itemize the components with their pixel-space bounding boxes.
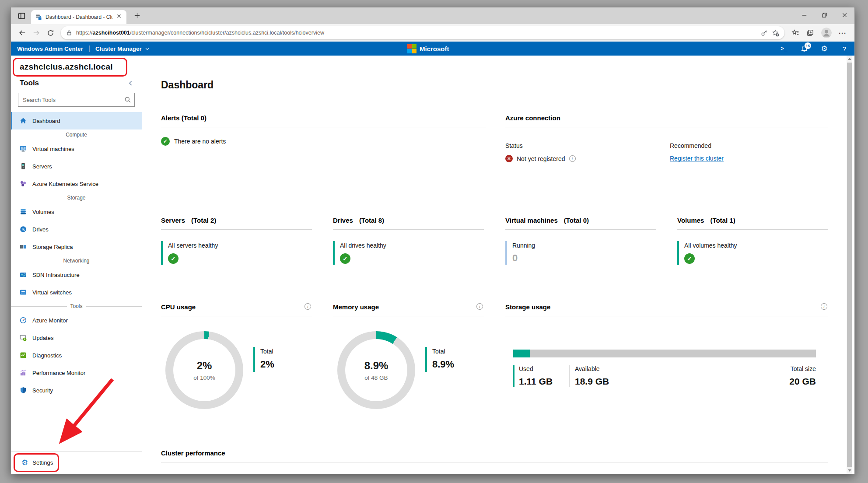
sidebar-item-volumes[interactable]: Volumes bbox=[11, 203, 142, 220]
info-icon[interactable]: i bbox=[476, 303, 483, 310]
info-icon[interactable]: i bbox=[569, 155, 576, 162]
alerts-title: Alerts (Total 0) bbox=[161, 114, 206, 122]
sidebar-item-virtual-machines[interactable]: Virtual machines bbox=[11, 140, 142, 158]
sdn-icon bbox=[20, 271, 27, 278]
search-wrap bbox=[18, 93, 135, 107]
sidebar-item-settings[interactable]: ⚙ Settings bbox=[11, 459, 53, 466]
password-key-icon[interactable] bbox=[761, 29, 768, 36]
sidebar-item-azure-monitor[interactable]: Azure Monitor bbox=[11, 312, 142, 329]
alerts-section: Alerts (Total 0) ✓ There are no alerts bbox=[161, 114, 486, 146]
sidebar-item-sdn-infrastructure[interactable]: SDN Infrastructure bbox=[11, 266, 142, 284]
microsoft-logo: Microsoft bbox=[407, 42, 449, 56]
solution-menu[interactable]: Cluster Manager bbox=[95, 46, 150, 52]
forward-icon[interactable] bbox=[29, 26, 43, 40]
alerts-empty-message: ✓ There are no alerts bbox=[161, 137, 486, 146]
favorites-icon[interactable] bbox=[791, 29, 799, 37]
add-favorite-icon[interactable] bbox=[772, 29, 779, 37]
browser-window: Dashboard - Dashboard - Cluster bbox=[10, 7, 855, 474]
sidebar-item-drives[interactable]: Drives bbox=[11, 220, 142, 238]
status-label: Status bbox=[505, 142, 576, 149]
virtual-machines-card: Virtual machines (Total 0) Running 0 bbox=[505, 217, 656, 265]
app-bar: Windows Admin Center | Cluster Manager M… bbox=[11, 42, 854, 56]
tab-close-icon[interactable] bbox=[116, 13, 123, 21]
status-value: ✕ Not yet registered i bbox=[505, 155, 576, 162]
storage-replica-icon bbox=[20, 243, 27, 250]
collapse-sidebar-icon[interactable] bbox=[128, 80, 134, 86]
servers-card-total: (Total 2) bbox=[191, 217, 216, 224]
refresh-icon[interactable] bbox=[43, 26, 57, 40]
storage-used-fill bbox=[513, 350, 530, 357]
scrollbar-down-icon[interactable] bbox=[847, 467, 852, 474]
vertical-scrollbar[interactable] bbox=[847, 56, 852, 474]
sidebar-item-diagnostics[interactable]: Diagnostics bbox=[11, 346, 142, 364]
vm-running: Running 0 bbox=[505, 241, 656, 265]
aks-icon bbox=[20, 180, 27, 187]
vm-card-total: (Total 0) bbox=[564, 217, 589, 224]
settings-gear-icon[interactable]: ⚙ bbox=[814, 42, 834, 56]
sidebar-item-dashboard[interactable]: Dashboard bbox=[11, 112, 142, 130]
app-title[interactable]: Windows Admin Center bbox=[17, 46, 83, 52]
scrollbar-up-icon[interactable] bbox=[847, 56, 852, 62]
sidebar-section-tools: Tools bbox=[11, 301, 142, 312]
info-icon[interactable]: i bbox=[304, 303, 311, 310]
storage-used: Used 1.11 GB bbox=[513, 365, 553, 387]
tools-title: Tools bbox=[20, 79, 39, 88]
servers-card-title: Servers bbox=[161, 217, 185, 224]
vm-running-count: 0 bbox=[512, 252, 656, 264]
new-tab-icon[interactable] bbox=[132, 10, 142, 21]
lock-icon bbox=[66, 30, 72, 36]
notifications-bell-icon[interactable]: 15 bbox=[794, 42, 814, 56]
volumes-health: All volumes healthy ✓ bbox=[677, 241, 828, 265]
restore-icon[interactable] bbox=[814, 7, 834, 22]
minimize-icon[interactable] bbox=[794, 7, 814, 22]
tab-actions-icon[interactable] bbox=[15, 10, 28, 21]
help-icon[interactable]: ? bbox=[834, 42, 854, 56]
info-icon[interactable]: i bbox=[821, 303, 827, 310]
storage-available: Available 18.9 GB bbox=[569, 365, 609, 387]
scrollbar-thumb[interactable] bbox=[847, 63, 852, 467]
storage-usage-bar bbox=[513, 350, 816, 357]
cluster-name: azshciclus.azshci.local bbox=[20, 62, 135, 72]
main-panel: Dashboard Alerts (Total 0) ✓ There are n… bbox=[142, 56, 854, 474]
settings-area: ⚙ Settings bbox=[11, 451, 142, 474]
sidebar-section-networking: Networking bbox=[11, 256, 142, 266]
drives-card-total: (Total 8) bbox=[359, 217, 384, 224]
memory-legend: Total 8.9% bbox=[425, 347, 454, 372]
cluster-performance-section: Cluster performance bbox=[161, 449, 828, 462]
close-icon[interactable] bbox=[834, 7, 854, 22]
sidebar-item-azure-kubernetes-service[interactable]: Azure Kubernetes Service bbox=[11, 175, 142, 192]
browser-menu-icon[interactable]: ··· bbox=[839, 29, 847, 37]
sidebar-section-storage: Storage bbox=[11, 192, 142, 203]
vm-icon bbox=[20, 145, 27, 152]
url-text: https://azshcihost001/clustermanager/con… bbox=[76, 30, 757, 36]
register-cluster-link[interactable]: Register this cluster bbox=[670, 155, 724, 162]
back-icon[interactable] bbox=[15, 26, 29, 40]
azure-monitor-icon bbox=[20, 317, 27, 324]
sidebar-item-virtual-switches[interactable]: Virtual switches bbox=[11, 284, 142, 301]
search-input[interactable] bbox=[18, 93, 135, 107]
url-bar[interactable]: https://azshcihost001/clustermanager/con… bbox=[61, 26, 784, 39]
memory-donut-chart: 8.9% of 48 GB bbox=[337, 331, 415, 409]
drives-health: All drives healthy ✓ bbox=[333, 241, 484, 265]
volumes-card: Volumes (Total 1) All volumes healthy ✓ bbox=[677, 217, 828, 265]
tab-strip: Dashboard - Dashboard - Cluster bbox=[11, 7, 854, 24]
collections-icon[interactable] bbox=[806, 29, 814, 37]
page-title: Dashboard bbox=[161, 79, 214, 91]
server-icon bbox=[20, 163, 27, 170]
recommended-label: Recommended bbox=[670, 142, 724, 149]
sidebar: azshciclus.azshci.local Tools Dashboard … bbox=[11, 56, 142, 474]
tab-title: Dashboard - Dashboard - Cluster bbox=[46, 14, 112, 20]
profile-avatar[interactable] bbox=[821, 28, 832, 38]
sidebar-item-updates[interactable]: Updates bbox=[11, 329, 142, 346]
volumes-icon bbox=[20, 208, 27, 215]
sidebar-item-storage-replica[interactable]: Storage Replica bbox=[11, 238, 142, 256]
sidebar-item-security[interactable]: Security bbox=[11, 382, 142, 399]
cluster-performance-title: Cluster performance bbox=[161, 449, 225, 457]
tab-favicon-icon bbox=[35, 14, 42, 21]
sidebar-item-performance-monitor[interactable]: Performance Monitor bbox=[11, 364, 142, 382]
browser-tab[interactable]: Dashboard - Dashboard - Cluster bbox=[31, 10, 126, 24]
home-icon bbox=[20, 117, 27, 124]
azure-status-column: Status ✕ Not yet registered i bbox=[505, 142, 576, 162]
sidebar-item-servers[interactable]: Servers bbox=[11, 158, 142, 175]
powershell-icon[interactable]: >_ bbox=[774, 42, 794, 56]
